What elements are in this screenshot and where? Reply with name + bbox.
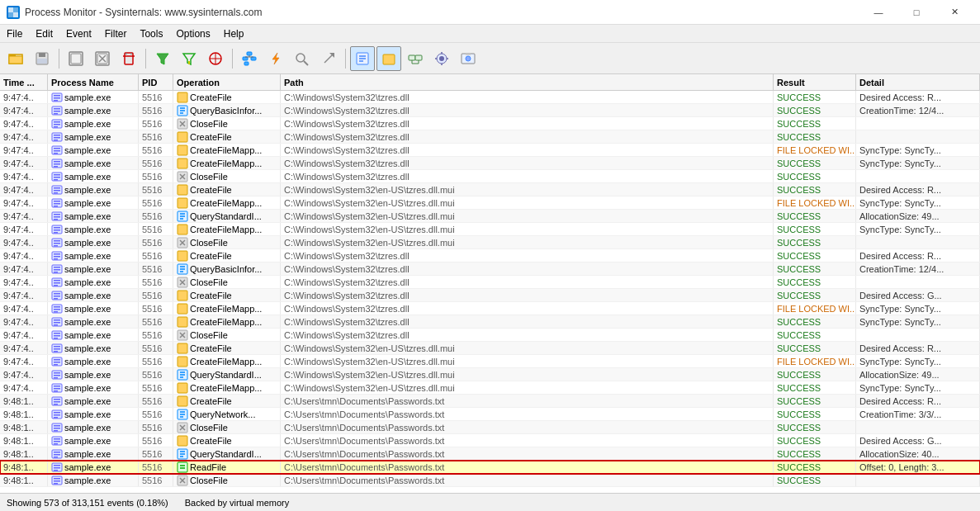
menu-edit[interactable]: Edit [29,25,59,43]
cell-time: 9:47:4.. [0,381,48,394]
table-row[interactable]: 9:47:4.. sample.exe 5516 CreateFileMapp.… [0,381,980,395]
cell-time: 9:48:1.. [0,447,48,460]
process-tree-button[interactable] [237,46,262,71]
col-header-operation[interactable]: Operation [173,74,281,90]
jump-button[interactable] [316,46,341,71]
table-row[interactable]: 9:48:1.. sample.exe 5516 CreateFile C:\U… [0,395,980,408]
capture-button[interactable] [90,46,115,71]
network-button[interactable] [403,46,428,71]
table-row[interactable]: 9:47:4.. sample.exe 5516 CloseFile C:\Wi… [0,170,980,183]
svg-rect-129 [178,225,187,234]
col-header-result[interactable]: Result [774,74,856,90]
open-button[interactable] [3,46,28,71]
process-icon [51,329,63,341]
svg-rect-172 [54,322,60,324]
table-row[interactable]: 9:47:4.. sample.exe 5516 CreateFile C:\W… [0,249,980,263]
cell-path: C:\Users\tmn\Documents\Passwords.txt [281,474,774,486]
menu-help[interactable]: Help [217,25,251,43]
table-row[interactable]: 9:47:4.. sample.exe 5516 CloseFile C:\Wi… [0,276,980,289]
table-row[interactable]: 9:47:4.. sample.exe 5516 QueryBasicInfor… [0,104,980,117]
memory-info: Backed by virtual memory [185,498,290,508]
cell-result: SUCCESS [774,183,856,196]
autoscroll-button[interactable] [64,46,88,71]
registry-button[interactable] [350,46,375,71]
table-row[interactable]: 9:47:4.. sample.exe 5516 QueryStandardI.… [0,210,980,223]
table-row[interactable]: 9:47:4.. sample.exe 5516 CreateFile C:\W… [0,183,980,196]
target-button[interactable] [203,46,228,71]
minimize-button[interactable]: — [859,0,897,25]
col-header-path[interactable]: Path [281,74,774,90]
cell-result: SUCCESS [774,315,856,328]
col-header-time[interactable]: Time ... [0,74,48,90]
menu-tools[interactable]: Tools [133,25,169,43]
table-row[interactable]: 9:48:1.. sample.exe 5516 QueryNetwork...… [0,408,980,421]
cell-pid: 5516 [139,249,173,262]
cell-pid: 5516 [139,104,173,116]
col-header-detail[interactable]: Detail [856,74,980,90]
table-row[interactable]: 9:48:1.. sample.exe 5516 QueryStandardI.… [0,447,980,461]
cell-result: SUCCESS [774,342,856,354]
cell-result: SUCCESS [774,91,856,103]
svg-rect-29 [251,57,256,60]
clear-button[interactable] [116,46,141,71]
table-row[interactable]: 9:47:4.. sample.exe 5516 CreateFileMapp.… [0,315,980,329]
table-row[interactable]: 9:47:4.. sample.exe 5516 CreateFile C:\W… [0,130,980,144]
table-row[interactable]: 9:47:4.. sample.exe 5516 CreateFile C:\W… [0,289,980,302]
table-row[interactable]: 9:47:4.. sample.exe 5516 CreateFile C:\W… [0,91,980,104]
cell-operation: CloseFile [173,117,281,130]
filter-button[interactable] [150,46,175,71]
cell-path: C:\Windows\System32\tzres.dll [281,157,774,169]
search-button[interactable] [290,46,315,71]
table-row[interactable]: 9:47:4.. sample.exe 5516 CreateFileMapp.… [0,223,980,236]
table-row[interactable]: 9:47:4.. sample.exe 5516 CreateFileMapp.… [0,355,980,368]
table-row[interactable]: 9:48:1.. sample.exe 5516 ReadFile C:\Use… [0,461,980,474]
cell-detail: CreationTime: 3/3/... [856,408,980,420]
table-row[interactable]: 9:47:4.. sample.exe 5516 CloseFile C:\Wi… [0,117,980,130]
col-header-process[interactable]: Process Name [48,74,139,90]
menu-event[interactable]: Event [59,25,98,43]
svg-rect-235 [178,436,187,446]
table-row[interactable]: 9:48:1.. sample.exe 5516 CloseFile C:\Us… [0,421,980,434]
table-row[interactable]: 9:47:4.. sample.exe 5516 CreateFileMapp.… [0,144,980,157]
svg-rect-165 [54,306,60,308]
table-row[interactable]: 9:48:1.. sample.exe 5516 CloseFile C:\Us… [0,474,980,487]
table-row[interactable]: 9:47:4.. sample.exe 5516 CreateFileMapp.… [0,157,980,170]
screenshot-button[interactable] [456,46,481,71]
svg-rect-198 [54,377,58,379]
close-button[interactable]: ✕ [935,0,973,25]
col-header-pid[interactable]: PID [139,74,173,90]
table-row[interactable]: 9:48:1.. sample.exe 5516 CreateFile C:\U… [0,434,980,447]
menu-file[interactable]: File [0,25,29,43]
table-row[interactable]: 9:47:4.. sample.exe 5516 CreateFile C:\W… [0,342,980,355]
cell-time: 9:47:4.. [0,196,48,209]
file-activity-button[interactable] [376,46,401,71]
svg-rect-106 [54,190,60,192]
svg-rect-126 [54,229,60,231]
highlight-button[interactable] [177,46,201,71]
menu-options[interactable]: Options [169,25,216,43]
profiling-button[interactable] [263,46,288,71]
cell-time: 9:47:4.. [0,210,48,222]
svg-rect-212 [54,404,58,405]
cell-operation: CreateFile [173,91,281,103]
table-row[interactable]: 9:47:4.. sample.exe 5516 CloseFile C:\Wi… [0,329,980,342]
table-row[interactable]: 9:47:4.. sample.exe 5516 QueryStandardI.… [0,368,980,381]
svg-rect-192 [54,364,58,366]
svg-rect-247 [54,470,58,471]
table-row[interactable]: 9:47:4.. sample.exe 5516 CreateFileMapp.… [0,302,980,315]
svg-rect-245 [54,465,60,466]
maximize-button[interactable]: □ [897,0,935,25]
title-bar-controls: — □ ✕ [859,0,973,25]
table-row[interactable]: 9:47:4.. sample.exe 5516 QueryBasicInfor… [0,263,980,276]
process-activity-button[interactable] [429,46,454,71]
table-row[interactable]: 9:47:4.. sample.exe 5516 CloseFile C:\Wi… [0,236,980,249]
cell-path: C:\Windows\System32\tzres.dll [281,144,774,156]
table-row[interactable]: 9:47:4.. sample.exe 5516 CreateFileMapp.… [0,196,980,210]
save-button[interactable] [30,46,54,71]
menu-filter[interactable]: Filter [98,25,134,43]
svg-rect-112 [54,203,60,205]
cell-process: sample.exe [48,408,139,420]
cell-operation: CloseFile [173,236,281,248]
cell-path: C:\Users\tmn\Documents\Passwords.txt [281,408,774,420]
table-container: Time ... Process Name PID Operation Path… [0,74,980,493]
